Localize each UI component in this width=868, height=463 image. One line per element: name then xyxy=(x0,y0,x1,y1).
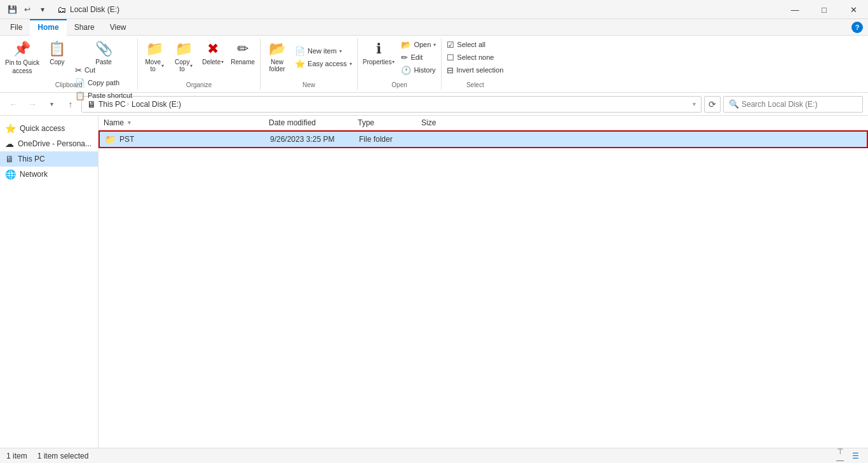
select-label: Select xyxy=(444,80,506,90)
select-all-icon: ☑ xyxy=(447,40,454,50)
sidebar-item-network[interactable]: 🌐 Network xyxy=(0,167,98,182)
easy-access-button[interactable]: ⭐ Easy access ▾ xyxy=(292,57,355,70)
paste-button[interactable]: 📎 Paste xyxy=(72,38,135,64)
minimize-button[interactable]: — xyxy=(780,0,810,19)
refresh-button[interactable]: ⟳ xyxy=(704,96,721,113)
sidebar-item-onedrive[interactable]: ☁ OneDrive - Persona... xyxy=(0,136,98,151)
new-folder-icon: 📂 xyxy=(269,41,286,57)
sidebar-item-this-pc[interactable]: 🖥 This PC xyxy=(0,151,98,167)
open-content: ℹ Properties ▾ 📂 Open ▾ ✏ Edit 🕐 xyxy=(360,38,439,80)
invert-selection-button[interactable]: ⊟ Invert selection xyxy=(444,64,506,76)
select-all-button[interactable]: ☑ Select all xyxy=(444,38,506,51)
copy-icon: 📋 xyxy=(48,41,65,57)
new-content: 📂 New folder 📄 New item ▾ ⭐ Easy access … xyxy=(263,38,355,80)
folder-icon-pst: 📁 xyxy=(105,134,116,144)
quick-access-icon: ⭐ xyxy=(5,123,16,134)
forward-button[interactable]: → xyxy=(24,96,41,113)
sidebar: ⭐ Quick access ☁ OneDrive - Persona... 🖥… xyxy=(0,116,98,448)
open-col: 📂 Open ▾ ✏ Edit 🕐 History xyxy=(398,38,438,76)
file-date-pst: 9/26/2023 3:25 PM xyxy=(270,135,359,144)
selected-count: 1 item selected xyxy=(37,452,89,460)
help-icon[interactable]: ? xyxy=(851,22,863,33)
sidebar-item-quick-access[interactable]: ⭐ Quick access xyxy=(0,121,98,136)
search-input[interactable] xyxy=(742,100,857,109)
main-area: ⭐ Quick access ☁ OneDrive - Persona... 🖥… xyxy=(0,116,868,448)
qat-undo[interactable]: ↩ xyxy=(20,3,34,17)
easy-access-icon: ⭐ xyxy=(295,59,305,69)
tab-share[interactable]: Share xyxy=(67,19,102,36)
properties-icon: ℹ xyxy=(376,41,381,57)
new-folder-button[interactable]: 📂 New folder xyxy=(263,38,291,76)
new-item-icon: 📄 xyxy=(295,46,305,56)
list-view-button[interactable]: ☰ xyxy=(849,450,862,462)
column-header-type[interactable]: Type xyxy=(358,118,421,127)
file-type-pst: File folder xyxy=(359,135,423,144)
rename-icon: ✏ xyxy=(237,41,248,57)
paste-shortcut-icon: 📋 xyxy=(75,91,85,100)
pin-to-quick-access-button[interactable]: 📌 Pin to Quick access xyxy=(3,38,42,76)
delete-button[interactable]: ✖ Delete ▾ xyxy=(199,38,227,76)
copy-to-dropdown-icon: ▾ xyxy=(190,63,193,69)
copy-to-button[interactable]: 📁 Copy to ▾ xyxy=(170,38,198,76)
clipboard-label: Clipboard xyxy=(3,80,135,90)
tab-home[interactable]: Home xyxy=(30,19,66,36)
details-view-button[interactable]: ⊤— xyxy=(834,450,846,462)
copy-to-icon: 📁 xyxy=(175,41,193,57)
tab-file[interactable]: File xyxy=(3,19,30,36)
item-count: 1 item xyxy=(6,452,27,460)
file-row-pst[interactable]: 📁 PST 9/26/2023 3:25 PM File folder xyxy=(98,130,868,148)
this-pc-icon: 🖥 xyxy=(5,154,14,164)
column-header-size[interactable]: Size xyxy=(421,118,472,127)
window-icon: 🗂 xyxy=(57,4,66,15)
paste-group: 📎 Paste ✂ Cut 📄 Copy path 📋 Paste shortc… xyxy=(72,38,135,76)
edit-button[interactable]: ✏ Edit xyxy=(398,51,438,64)
close-button[interactable]: ✕ xyxy=(839,0,868,19)
invert-selection-icon: ⊟ xyxy=(447,66,454,75)
ribbon-group-organize: 📁 Move to ▾ 📁 Copy to ▾ ✖ Delete ▾ xyxy=(138,38,261,90)
column-headers: Name ▼ Date modified Type Size xyxy=(98,116,868,130)
tab-view[interactable]: View xyxy=(102,19,134,36)
delete-icon: ✖ xyxy=(207,41,219,57)
window-title: Local Disk (E:) xyxy=(70,5,119,14)
select-content: ☑ Select all ☐ Select none ⊟ Invert sele… xyxy=(444,38,506,80)
onedrive-icon: ☁ xyxy=(5,139,14,149)
move-to-button[interactable]: 📁 Move to ▾ xyxy=(140,38,168,76)
new-item-button[interactable]: 📄 New item ▾ xyxy=(292,45,355,57)
select-none-button[interactable]: ☐ Select none xyxy=(444,51,506,64)
ribbon-group-open: ℹ Properties ▾ 📂 Open ▾ ✏ Edit 🕐 xyxy=(358,38,442,90)
ribbon-group-select: ☑ Select all ☐ Select none ⊟ Invert sele… xyxy=(442,38,508,90)
ribbon-group-clipboard: 📌 Pin to Quick access 📋 Copy 📎 Paste ✂ C… xyxy=(0,38,138,90)
window-controls: — □ ✕ xyxy=(780,0,868,19)
ribbon: 📌 Pin to Quick access 📋 Copy 📎 Paste ✂ C… xyxy=(0,36,868,93)
properties-button[interactable]: ℹ Properties ▾ xyxy=(360,38,398,76)
organize-content: 📁 Move to ▾ 📁 Copy to ▾ ✖ Delete ▾ xyxy=(140,38,257,80)
title-bar: 💾 ↩ ▾ 🗂 Local Disk (E:) — □ ✕ xyxy=(0,0,868,19)
history-button[interactable]: 🕐 History xyxy=(398,64,438,76)
open-label: Open xyxy=(360,80,439,90)
qat-save[interactable]: 💾 xyxy=(5,3,19,17)
back-button[interactable]: ← xyxy=(5,96,22,113)
column-header-date[interactable]: Date modified xyxy=(269,118,358,127)
paste-icon: 📎 xyxy=(95,41,112,57)
qat-dropdown[interactable]: ▾ xyxy=(36,3,50,17)
breadcrumb-local-disk: Local Disk (E:) xyxy=(132,100,181,109)
open-dropdown-icon: ▾ xyxy=(433,42,436,48)
address-bar[interactable]: 🖥 This PC › Local Disk (E:) ▾ xyxy=(81,96,702,113)
column-header-name[interactable]: Name ▼ xyxy=(104,118,269,127)
maximize-button[interactable]: □ xyxy=(810,0,839,19)
copy-button[interactable]: 📋 Copy xyxy=(43,38,71,76)
content-area: Name ▼ Date modified Type Size 📁 PST 9/2… xyxy=(98,116,868,448)
easy-access-dropdown-icon: ▾ xyxy=(349,61,352,67)
rename-button[interactable]: ✏ Rename xyxy=(228,38,257,76)
open-button[interactable]: 📂 Open ▾ xyxy=(398,38,438,51)
sort-icon: ▼ xyxy=(126,120,132,126)
new-item-dropdown-icon: ▾ xyxy=(339,48,342,54)
status-bar: 1 item 1 item selected ⊤— ☰ xyxy=(0,448,868,463)
select-col: ☑ Select all ☐ Select none ⊟ Invert sele… xyxy=(444,38,506,76)
address-dropdown-icon[interactable]: ▾ xyxy=(693,100,696,107)
search-bar[interactable]: 🔍 xyxy=(723,96,863,113)
select-none-icon: ☐ xyxy=(447,53,454,62)
cut-button[interactable]: ✂ Cut xyxy=(72,64,135,76)
dropdown-history-button[interactable]: ▾ xyxy=(43,96,60,113)
paste-shortcut-button[interactable]: 📋 Paste shortcut xyxy=(72,89,135,102)
